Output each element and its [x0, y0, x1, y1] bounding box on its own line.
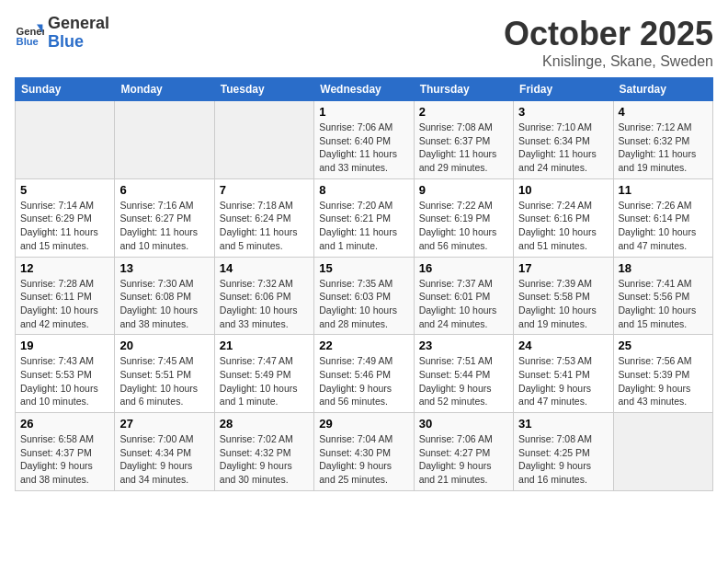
- day-number: 23: [419, 339, 508, 352]
- calendar-cell: 21Sunrise: 7:47 AM Sunset: 5:49 PM Dayli…: [214, 335, 313, 413]
- day-info: Sunrise: 7:47 AM Sunset: 5:49 PM Dayligh…: [220, 354, 309, 408]
- day-number: 10: [518, 183, 608, 197]
- weekday-header-wednesday: Wednesday: [314, 78, 414, 101]
- day-number: 28: [220, 417, 309, 431]
- day-info: Sunrise: 7:14 AM Sunset: 6:29 PM Dayligh…: [20, 199, 109, 253]
- calendar-week-5: 26Sunrise: 6:58 AM Sunset: 4:37 PM Dayli…: [16, 413, 713, 491]
- calendar-cell: [613, 413, 712, 491]
- day-number: 8: [319, 183, 408, 197]
- title-area: October 2025 Knislinge, Skane, Sweden: [504, 15, 713, 70]
- day-number: 14: [220, 261, 309, 275]
- day-info: Sunrise: 7:22 AM Sunset: 6:19 PM Dayligh…: [419, 199, 508, 253]
- calendar-cell: 3Sunrise: 7:10 AM Sunset: 6:34 PM Daylig…: [514, 101, 613, 179]
- logo-icon: General Blue: [15, 18, 44, 48]
- day-info: Sunrise: 7:08 AM Sunset: 4:25 PM Dayligh…: [518, 432, 608, 487]
- day-number: 27: [119, 417, 209, 431]
- day-info: Sunrise: 7:20 AM Sunset: 6:21 PM Dayligh…: [319, 199, 408, 253]
- calendar-cell: 23Sunrise: 7:51 AM Sunset: 5:44 PM Dayli…: [414, 335, 513, 413]
- calendar-cell: 19Sunrise: 7:43 AM Sunset: 5:53 PM Dayli…: [16, 335, 115, 413]
- day-info: Sunrise: 7:49 AM Sunset: 5:46 PM Dayligh…: [319, 354, 408, 408]
- svg-text:Blue: Blue: [17, 36, 39, 47]
- day-number: 3: [518, 105, 608, 119]
- calendar-week-2: 5Sunrise: 7:14 AM Sunset: 6:29 PM Daylig…: [16, 178, 713, 257]
- day-number: 25: [619, 339, 708, 352]
- day-info: Sunrise: 7:08 AM Sunset: 6:37 PM Dayligh…: [419, 121, 508, 175]
- calendar-cell: 25Sunrise: 7:56 AM Sunset: 5:39 PM Dayli…: [613, 335, 712, 413]
- calendar-cell: 22Sunrise: 7:49 AM Sunset: 5:46 PM Dayli…: [314, 335, 414, 413]
- calendar-cell: 11Sunrise: 7:26 AM Sunset: 6:14 PM Dayli…: [613, 178, 712, 257]
- calendar-cell: 4Sunrise: 7:12 AM Sunset: 6:32 PM Daylig…: [613, 101, 712, 179]
- day-number: 21: [220, 339, 309, 352]
- calendar-cell: [214, 101, 313, 179]
- day-info: Sunrise: 7:37 AM Sunset: 6:01 PM Dayligh…: [419, 277, 508, 331]
- logo: General Blue General Blue: [15, 15, 109, 52]
- day-number: 19: [20, 339, 109, 352]
- calendar-cell: 30Sunrise: 7:06 AM Sunset: 4:27 PM Dayli…: [414, 413, 513, 491]
- calendar-week-1: 1Sunrise: 7:06 AM Sunset: 6:40 PM Daylig…: [16, 101, 713, 179]
- header: General Blue General Blue October 2025 K…: [15, 15, 713, 70]
- day-number: 15: [319, 261, 408, 275]
- weekday-header-saturday: Saturday: [613, 78, 712, 101]
- day-number: 17: [518, 261, 608, 275]
- logo-text: General Blue: [48, 15, 109, 52]
- day-info: Sunrise: 7:26 AM Sunset: 6:14 PM Dayligh…: [619, 199, 708, 253]
- calendar-cell: 8Sunrise: 7:20 AM Sunset: 6:21 PM Daylig…: [314, 178, 414, 257]
- day-info: Sunrise: 7:56 AM Sunset: 5:39 PM Dayligh…: [619, 354, 708, 408]
- logo-line2: Blue: [48, 33, 109, 52]
- day-info: Sunrise: 7:35 AM Sunset: 6:03 PM Dayligh…: [319, 277, 408, 331]
- weekday-header-friday: Friday: [514, 78, 613, 101]
- day-info: Sunrise: 6:58 AM Sunset: 4:37 PM Dayligh…: [20, 432, 109, 487]
- day-info: Sunrise: 7:02 AM Sunset: 4:32 PM Dayligh…: [220, 432, 309, 487]
- day-info: Sunrise: 7:43 AM Sunset: 5:53 PM Dayligh…: [20, 354, 109, 408]
- calendar-cell: 12Sunrise: 7:28 AM Sunset: 6:11 PM Dayli…: [16, 257, 115, 335]
- day-number: 26: [20, 417, 109, 431]
- calendar-cell: 18Sunrise: 7:41 AM Sunset: 5:56 PM Dayli…: [613, 257, 712, 335]
- day-info: Sunrise: 7:10 AM Sunset: 6:34 PM Dayligh…: [518, 121, 608, 175]
- day-number: 18: [619, 261, 708, 275]
- day-number: 6: [119, 183, 209, 197]
- day-number: 29: [319, 417, 408, 431]
- day-info: Sunrise: 7:53 AM Sunset: 5:41 PM Dayligh…: [518, 354, 608, 408]
- day-info: Sunrise: 7:39 AM Sunset: 5:58 PM Dayligh…: [518, 277, 608, 331]
- calendar-cell: 29Sunrise: 7:04 AM Sunset: 4:30 PM Dayli…: [314, 413, 414, 491]
- day-info: Sunrise: 7:32 AM Sunset: 6:06 PM Dayligh…: [220, 277, 309, 331]
- calendar-cell: 27Sunrise: 7:00 AM Sunset: 4:34 PM Dayli…: [115, 413, 214, 491]
- calendar-cell: 17Sunrise: 7:39 AM Sunset: 5:58 PM Dayli…: [514, 257, 613, 335]
- day-info: Sunrise: 7:18 AM Sunset: 6:24 PM Dayligh…: [220, 199, 309, 253]
- day-info: Sunrise: 7:00 AM Sunset: 4:34 PM Dayligh…: [119, 432, 209, 487]
- day-number: 1: [319, 105, 408, 119]
- day-number: 13: [119, 261, 209, 275]
- calendar-cell: 26Sunrise: 6:58 AM Sunset: 4:37 PM Dayli…: [16, 413, 115, 491]
- day-number: 24: [518, 339, 608, 352]
- calendar-cell: [115, 101, 214, 179]
- day-number: 2: [419, 105, 508, 119]
- day-info: Sunrise: 7:16 AM Sunset: 6:27 PM Dayligh…: [119, 199, 209, 253]
- calendar-cell: 7Sunrise: 7:18 AM Sunset: 6:24 PM Daylig…: [214, 178, 313, 257]
- day-number: 9: [419, 183, 508, 197]
- day-info: Sunrise: 7:06 AM Sunset: 6:40 PM Dayligh…: [319, 121, 408, 175]
- month-title: October 2025: [504, 15, 713, 53]
- calendar-cell: 6Sunrise: 7:16 AM Sunset: 6:27 PM Daylig…: [115, 178, 214, 257]
- day-number: 11: [619, 183, 708, 197]
- day-number: 22: [319, 339, 408, 352]
- calendar-week-3: 12Sunrise: 7:28 AM Sunset: 6:11 PM Dayli…: [16, 257, 713, 335]
- day-number: 4: [619, 105, 708, 119]
- calendar-cell: 24Sunrise: 7:53 AM Sunset: 5:41 PM Dayli…: [514, 335, 613, 413]
- day-info: Sunrise: 7:41 AM Sunset: 5:56 PM Dayligh…: [619, 277, 708, 331]
- calendar-cell: 16Sunrise: 7:37 AM Sunset: 6:01 PM Dayli…: [414, 257, 513, 335]
- day-number: 16: [419, 261, 508, 275]
- calendar-week-4: 19Sunrise: 7:43 AM Sunset: 5:53 PM Dayli…: [16, 335, 713, 413]
- weekday-header-tuesday: Tuesday: [214, 78, 313, 101]
- calendar-cell: 14Sunrise: 7:32 AM Sunset: 6:06 PM Dayli…: [214, 257, 313, 335]
- weekday-header-thursday: Thursday: [414, 78, 513, 101]
- day-number: 31: [518, 417, 608, 431]
- weekday-header-row: SundayMondayTuesdayWednesdayThursdayFrid…: [16, 78, 713, 101]
- weekday-header-monday: Monday: [115, 78, 214, 101]
- logo-line1: General: [48, 15, 109, 33]
- location: Knislinge, Skane, Sweden: [504, 53, 713, 70]
- calendar-cell: 15Sunrise: 7:35 AM Sunset: 6:03 PM Dayli…: [314, 257, 414, 335]
- day-number: 30: [419, 417, 508, 431]
- day-info: Sunrise: 7:06 AM Sunset: 4:27 PM Dayligh…: [419, 432, 508, 487]
- calendar-cell: 28Sunrise: 7:02 AM Sunset: 4:32 PM Dayli…: [214, 413, 313, 491]
- weekday-header-sunday: Sunday: [16, 78, 115, 101]
